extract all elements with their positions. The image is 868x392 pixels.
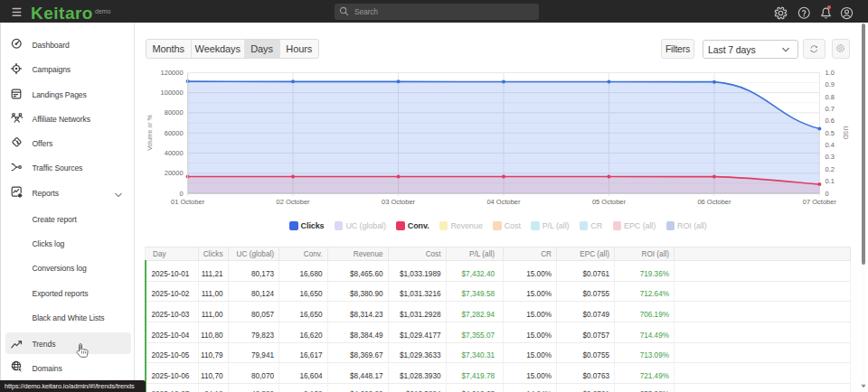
svg-text:0.1: 0.1 bbox=[825, 177, 834, 185]
svg-text:04 October: 04 October bbox=[486, 198, 521, 206]
svg-text:03 October: 03 October bbox=[382, 198, 416, 206]
svg-text:0: 0 bbox=[179, 190, 183, 198]
svg-text:40000: 40000 bbox=[165, 149, 184, 157]
svg-text:100000: 100000 bbox=[161, 89, 184, 97]
svg-text:USD: USD bbox=[843, 126, 849, 140]
svg-text:60000: 60000 bbox=[165, 129, 184, 137]
svg-text:0.2: 0.2 bbox=[825, 165, 834, 173]
svg-text:05 October: 05 October bbox=[592, 198, 627, 206]
svg-text:0.7: 0.7 bbox=[825, 105, 834, 113]
svg-text:Volume or %: Volume or % bbox=[146, 115, 153, 151]
svg-text:06 October: 06 October bbox=[697, 198, 731, 206]
svg-text:02 October: 02 October bbox=[277, 198, 311, 206]
svg-text:120000: 120000 bbox=[161, 69, 184, 77]
svg-text:0.5: 0.5 bbox=[825, 129, 834, 137]
svg-text:0: 0 bbox=[825, 190, 828, 198]
svg-text:0.8: 0.8 bbox=[825, 93, 834, 101]
svg-text:0.6: 0.6 bbox=[825, 117, 834, 125]
svg-text:0.9: 0.9 bbox=[825, 80, 834, 89]
svg-text:07 October: 07 October bbox=[803, 198, 837, 206]
svg-text:0.4: 0.4 bbox=[825, 141, 834, 149]
svg-text:01 October: 01 October bbox=[171, 198, 205, 206]
svg-text:1.0: 1.0 bbox=[825, 69, 834, 77]
svg-text:80000: 80000 bbox=[165, 108, 184, 117]
svg-text:0.3: 0.3 bbox=[825, 153, 834, 161]
svg-text:20000: 20000 bbox=[165, 169, 184, 177]
